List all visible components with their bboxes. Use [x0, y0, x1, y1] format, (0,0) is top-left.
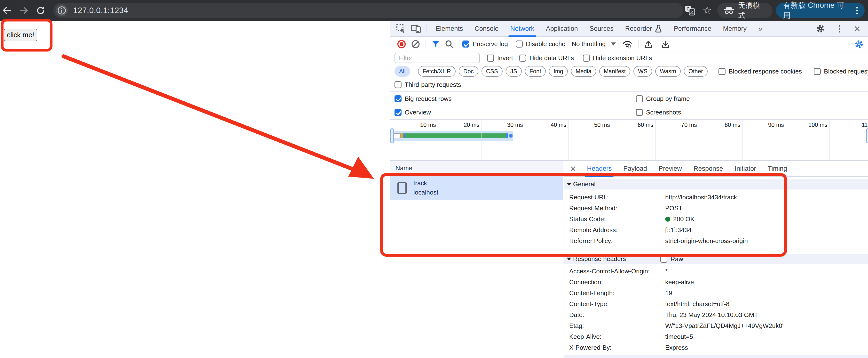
details-tab-timing[interactable]: Timing — [762, 161, 793, 176]
group-by-frame-checkbox-box[interactable] — [636, 95, 643, 102]
details-tab-headers[interactable]: Headers — [581, 161, 617, 176]
browser-menu-icon[interactable] — [856, 10, 858, 11]
timeline-gridline — [612, 119, 612, 160]
group-by-frame-checkbox[interactable]: Group by frame — [636, 95, 690, 103]
blocked-requests-checkbox-box[interactable] — [814, 68, 821, 75]
type-filter-fetch-xhr[interactable]: Fetch/XHR — [418, 66, 456, 77]
export-har-button[interactable] — [658, 37, 673, 51]
bookmark-button[interactable]: ☆ — [700, 4, 714, 17]
translate-button[interactable]: G 文 — [683, 4, 697, 17]
type-filter-wasm[interactable]: Wasm — [655, 66, 681, 77]
blocked-requests-checkbox[interactable]: Blocked requests — [814, 68, 868, 75]
inspect-element-button[interactable] — [394, 21, 408, 36]
preserve-log-checkbox[interactable]: Preserve log — [462, 40, 508, 48]
overview-checkbox-box[interactable] — [395, 109, 402, 116]
details-tab-response[interactable]: Response — [688, 161, 729, 176]
devtools-settings-button[interactable] — [813, 24, 828, 33]
hide-extension-urls-checkbox[interactable]: Hide extension URLs — [583, 54, 652, 62]
throttling-select[interactable]: No throttling — [571, 40, 616, 48]
disable-cache-checkbox-box[interactable] — [516, 40, 523, 48]
incognito-badge[interactable]: 无痕模式 — [717, 3, 773, 18]
url-text[interactable]: 127.0.0.1:1234 — [73, 6, 128, 15]
overview-checkbox[interactable]: Overview — [395, 109, 431, 116]
tab-memory[interactable]: Memory — [717, 21, 752, 36]
raw-headers-checkbox[interactable]: Raw — [660, 255, 683, 263]
filter-input[interactable] — [395, 53, 480, 63]
type-filter-doc[interactable]: Doc — [459, 66, 478, 77]
tab-sources[interactable]: Sources — [584, 21, 619, 36]
url-bar[interactable]: 127.0.0.1:1234 — [53, 3, 683, 18]
blocked-response-cookies-checkbox-box[interactable] — [718, 68, 725, 75]
reload-button[interactable] — [34, 4, 48, 17]
site-info-button[interactable] — [56, 4, 68, 17]
tab-label: » — [758, 24, 763, 33]
preserve-log-checkbox-label: Preserve log — [472, 40, 508, 48]
big-request-rows-checkbox-box[interactable] — [395, 95, 402, 102]
info-icon — [56, 5, 67, 16]
back-button[interactable] — [0, 4, 13, 17]
network-conditions-button[interactable] — [620, 37, 635, 51]
hide-data-urls-checkbox[interactable]: Hide data URLs — [519, 54, 574, 62]
type-filter-media[interactable]: Media — [571, 66, 596, 77]
type-filter-font[interactable]: Font — [525, 66, 546, 77]
header-row: Access-Control-Allow-Origin:* — [564, 266, 868, 277]
type-filter-img[interactable]: Img — [549, 66, 568, 77]
details-tab-initiator[interactable]: Initiator — [729, 161, 762, 176]
screenshots-checkbox[interactable]: Screenshots — [636, 109, 681, 116]
close-details-button[interactable]: × — [568, 164, 578, 173]
details-tab-payload[interactable]: Payload — [617, 161, 653, 176]
general-section-header[interactable]: General — [564, 179, 868, 189]
details-tab-preview[interactable]: Preview — [653, 161, 688, 176]
tab-performance[interactable]: Performance — [668, 21, 717, 36]
type-filter-js[interactable]: JS — [506, 66, 522, 77]
header-row: Etag:W/"13-VpatrZaFL/QD4MgJ++49VgW2uk0" — [564, 321, 868, 331]
timeline-right-gripper[interactable] — [866, 128, 868, 143]
forward-button[interactable] — [17, 4, 31, 17]
devtools-close-button[interactable]: × — [851, 23, 863, 34]
header-row: Content-Type:text/html; charset=utf-8 — [564, 299, 868, 309]
click-me-button[interactable]: click me! — [4, 29, 37, 41]
tab-recorder[interactable]: Recorder — [619, 21, 668, 36]
filter-toggle-button[interactable] — [429, 37, 442, 51]
preserve-log-checkbox-box[interactable] — [462, 40, 469, 48]
screenshots-checkbox-box[interactable] — [636, 109, 643, 116]
record-network-log-button[interactable] — [395, 37, 408, 51]
hide-data-urls-checkbox-box[interactable] — [519, 55, 526, 62]
third-party-requests-checkbox[interactable]: Third-party requests — [395, 81, 461, 88]
dropdown-caret-icon — [611, 43, 616, 46]
clear-network-log-button[interactable] — [408, 37, 423, 51]
header-value: 19 — [665, 288, 672, 299]
tab-elements[interactable]: Elements — [430, 21, 469, 36]
type-filter-all[interactable]: All — [395, 66, 410, 77]
type-filter-other[interactable]: Other — [684, 66, 708, 77]
response-headers-section-header[interactable]: Response headers Raw — [564, 254, 868, 264]
search-network-button[interactable] — [442, 37, 456, 51]
tab-network[interactable]: Network — [504, 21, 540, 36]
import-har-button[interactable] — [642, 37, 655, 51]
tab-application[interactable]: Application — [540, 21, 584, 36]
type-filter-manifest[interactable]: Manifest — [599, 66, 630, 77]
devtools-menu-button[interactable] — [834, 28, 845, 30]
tab-console[interactable]: Console — [469, 21, 504, 36]
timeline-left-gripper[interactable] — [390, 128, 394, 143]
network-settings-button[interactable] — [852, 37, 866, 51]
type-filter-ws[interactable]: WS — [633, 66, 652, 77]
third-party-requests-checkbox-box[interactable] — [395, 81, 402, 88]
chrome-update-chip[interactable]: 有新版 Chrome 可用 — [776, 3, 865, 18]
type-filter-css[interactable]: CSS — [482, 66, 503, 77]
raw-headers-checkbox-box[interactable] — [660, 256, 668, 263]
network-overview-timeline[interactable]: 10 ms20 ms30 ms40 ms50 ms60 ms70 ms80 ms… — [390, 119, 868, 161]
device-toolbar-button[interactable] — [408, 21, 424, 36]
hide-extension-urls-checkbox-box[interactable] — [583, 55, 590, 62]
big-request-rows-checkbox[interactable]: Big request rows — [395, 95, 452, 103]
star-icon: ☆ — [703, 5, 712, 16]
invert-checkbox-box[interactable] — [487, 55, 494, 62]
invert-checkbox[interactable]: Invert — [487, 54, 513, 62]
request-row-track[interactable]: track localhost — [390, 176, 563, 200]
tab-label: Performance — [674, 25, 711, 32]
name-column-header[interactable]: Name — [390, 161, 563, 176]
more-tabs-button[interactable]: » — [752, 21, 768, 36]
disable-cache-checkbox[interactable]: Disable cache — [516, 40, 565, 48]
devtools-tabs: ElementsConsoleNetworkApplicationSources… — [430, 21, 768, 36]
blocked-response-cookies-checkbox[interactable]: Blocked response cookies — [718, 68, 802, 75]
